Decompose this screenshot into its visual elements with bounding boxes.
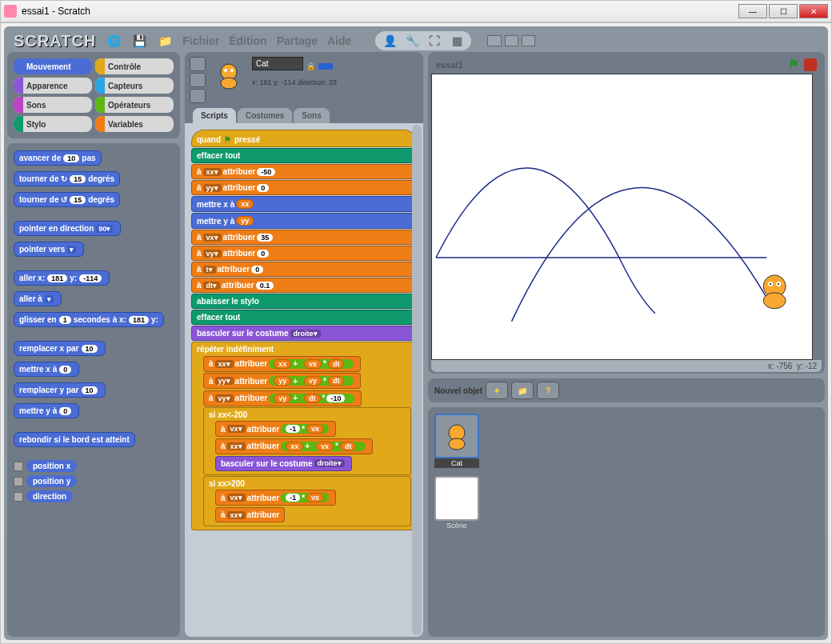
hat-block[interactable]: quand⚑pressé — [191, 130, 417, 147]
block-set-vy[interactable]: àvy▾attribuer0 — [191, 246, 417, 261]
reporter-dir-check[interactable] — [14, 492, 23, 502]
category-mouvement[interactable]: Mouvement — [14, 58, 92, 74]
category-apparence[interactable]: Apparence — [14, 78, 92, 94]
block-avancer[interactable]: avancer de10pas — [14, 150, 102, 166]
reporter-position-x[interactable]: position x — [26, 460, 77, 472]
block-tourner-ccw[interactable]: tourner de ↺15degrés — [14, 192, 120, 207]
block-clear-1[interactable]: effacer tout — [191, 148, 417, 163]
category-stylo[interactable]: Stylo — [14, 116, 92, 132]
block-goto[interactable]: aller à▾ — [14, 291, 62, 306]
open-icon[interactable]: 📁 — [157, 33, 173, 49]
window-maximize-button[interactable]: ☐ — [769, 4, 798, 18]
sprite-tabs: Scripts Costumes Sons — [185, 108, 423, 123]
block-rev-vx-2[interactable]: àvx▾attribuer-1*vx — [215, 490, 336, 506]
block-pointer-vers[interactable]: pointer vers▾ — [14, 242, 84, 257]
block-set-x-by[interactable]: remplacer x par10 — [14, 341, 106, 356]
new-sprite-bar: Nouvel objet ✦ 📁 ? — [428, 378, 825, 402]
reporter-direction[interactable]: direction — [26, 490, 73, 502]
block-goto-xy[interactable]: aller x:181y:-114 — [14, 270, 110, 286]
forever-block[interactable]: répéter indéfiniment àxx▾attribuerxx+vx*… — [191, 342, 417, 530]
scripts-scrollbar[interactable] — [412, 125, 422, 635]
block-costume-2[interactable]: basculer sur le costumedroite▾ — [215, 456, 352, 471]
sprite-header: 🔒 x: 181 y: -114 direction: 33 — [185, 52, 423, 108]
view-mode-present-button[interactable] — [522, 35, 535, 46]
globe-icon[interactable]: 🌐 — [106, 33, 122, 49]
block-upd-xx[interactable]: àxx▾attribuerxx+vx*dt — [203, 356, 361, 372]
block-set-xx[interactable]: àxx▾attribuer-50 — [191, 164, 417, 179]
block-set-dt[interactable]: àdt▾attribuer0.1 — [191, 278, 417, 293]
block-set-x[interactable]: mettre x à0 — [14, 362, 79, 377]
stage-item[interactable]: Scène — [434, 476, 479, 530]
menu-fichier[interactable]: Fichier — [182, 34, 219, 47]
app-icon — [4, 5, 17, 18]
reporter-y-check[interactable] — [14, 477, 23, 486]
sprite-tool-3[interactable] — [190, 89, 206, 103]
block-palette: avancer de10pas tourner de ↻15degrés tou… — [7, 143, 180, 637]
block-upd-xx-2[interactable]: àxx▾attribuerxx+vx*dt — [215, 438, 373, 454]
sprite-item-cat[interactable]: Cat — [434, 414, 479, 468]
category-controle[interactable]: Contrôle — [95, 58, 174, 74]
stage-title: essai1 — [436, 60, 463, 70]
block-pointer-direction[interactable]: pointer en direction90▾ — [14, 221, 121, 236]
block-set-y-by[interactable]: remplacer y par10 — [14, 382, 106, 398]
menu-partage[interactable]: Partage — [277, 34, 318, 47]
block-costume-1[interactable]: basculer sur le costumedroite▾ — [191, 326, 417, 341]
svg-point-10 — [778, 283, 779, 285]
save-icon[interactable]: 💾 — [131, 33, 147, 49]
tools-icon[interactable]: 🔧 — [402, 33, 422, 49]
sprite-thumbnail — [210, 57, 247, 94]
sprite-tool-1[interactable] — [190, 57, 206, 71]
block-upd-vy[interactable]: àvy▾attribuervy+dt*-10 — [203, 390, 362, 406]
grid-icon[interactable]: ▦ — [447, 33, 466, 49]
block-upd-yy[interactable]: àyy▾attribueryy+vy*dt — [203, 373, 361, 389]
block-glisser[interactable]: glisser en1secondes à x:181y: — [14, 312, 164, 327]
user-icon[interactable]: 👤 — [380, 33, 399, 49]
menu-aide[interactable]: Aide — [327, 34, 351, 47]
lock-icon[interactable]: 🔒 — [306, 62, 315, 70]
view-mode-normal-button[interactable] — [505, 35, 518, 46]
block-set-y[interactable]: mettre y à0 — [14, 403, 79, 418]
import-sprite-button[interactable]: 📁 — [511, 382, 534, 399]
fullscreen-icon[interactable]: ⛶ — [425, 33, 444, 49]
block-tourner-cw[interactable]: tourner de ↻15degrés — [14, 171, 120, 186]
stage-canvas[interactable] — [431, 74, 813, 360]
block-bounce[interactable]: rebondir si le bord est atteint — [14, 432, 135, 447]
tab-sons[interactable]: Sons — [294, 108, 329, 123]
block-upd-xx-3[interactable]: àxx▾attribuer — [215, 507, 285, 522]
category-capteurs[interactable]: Capteurs — [95, 78, 174, 94]
block-mettre-y[interactable]: mettre y àyy — [191, 213, 417, 229]
drag-bar-icon — [318, 63, 333, 70]
green-flag-button[interactable]: ⚑ — [788, 57, 799, 72]
window-titlebar: essai1 - Scratch — ☐ ✕ — [0, 0, 832, 22]
block-set-t[interactable]: àt▾attribuer0 — [191, 262, 417, 277]
scripts-area[interactable]: quand⚑pressé effacer tout àxx▾attribuer-… — [185, 123, 423, 637]
random-sprite-button[interactable]: ? — [537, 382, 559, 399]
block-pendown[interactable]: abaisser le stylo — [191, 294, 417, 309]
view-mode-small-button[interactable] — [487, 35, 501, 46]
tab-costumes[interactable]: Costumes — [238, 108, 292, 123]
block-mettre-x[interactable]: mettre x àxx — [191, 196, 417, 212]
block-set-yy[interactable]: àyy▾attribuer0 — [191, 180, 417, 195]
reporter-position-y[interactable]: position y — [26, 475, 77, 487]
category-operateurs[interactable]: Opérateurs — [95, 97, 174, 113]
menu-edition[interactable]: Édition — [229, 34, 266, 47]
window-close-button[interactable]: ✕ — [799, 4, 828, 18]
category-sons[interactable]: Sons — [14, 97, 92, 113]
sprite-name-input[interactable] — [252, 57, 303, 70]
block-rev-vx-1[interactable]: àvx▾attribuer-1*vx — [215, 421, 336, 437]
block-set-vx[interactable]: àvx▾attribuer35 — [191, 230, 417, 245]
if-block-2[interactable]: si xx>200 àvx▾attribuer-1*vx àxx▾attribu… — [203, 476, 411, 527]
if-block-1[interactable]: si xx<-200 àvx▾attribuer-1*vx àxx▾attrib… — [203, 407, 411, 475]
sprite-tool-2[interactable] — [190, 73, 206, 87]
reporter-x-check[interactable] — [14, 462, 23, 471]
category-variables[interactable]: Variables — [95, 116, 174, 132]
svg-point-12 — [449, 438, 465, 450]
tab-scripts[interactable]: Scripts — [193, 108, 236, 123]
paint-sprite-button[interactable]: ✦ — [486, 382, 508, 399]
window-minimize-button[interactable]: — — [738, 4, 767, 18]
stop-button[interactable] — [804, 58, 817, 71]
app-menubar: SCRATCH 🌐 💾 📁 Fichier Édition Partage Ai… — [7, 30, 825, 52]
block-clear-2[interactable]: effacer tout — [191, 310, 417, 325]
sprite-list: Cat Scène — [428, 407, 825, 637]
window-title: essai1 - Scratch — [22, 6, 90, 17]
